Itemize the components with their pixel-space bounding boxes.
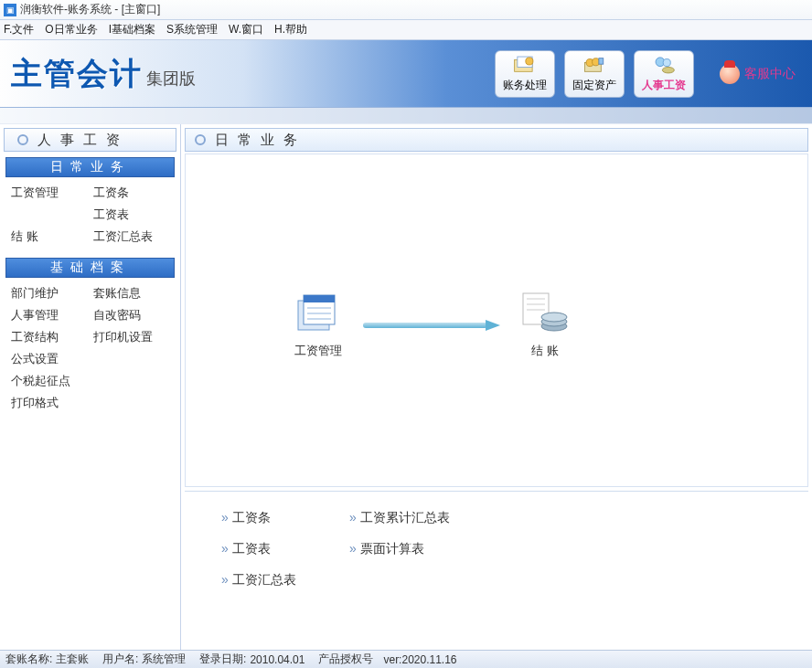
svg-rect-12 xyxy=(304,295,335,302)
sidebar-group-daily: 工资管理 工资条 工资表 结 账 工资汇总表 xyxy=(4,185,176,254)
header-band: 主管会计 集团版 账务处理 固定资产 人事工资 客服中心 xyxy=(0,40,812,108)
main-title-text: 日常业务 xyxy=(215,132,306,149)
workspace: 人事工资 日常业务 工资管理 工资条 工资表 结 账 工资汇总表 基础档案 部门… xyxy=(0,124,812,650)
flow-node-label: 工资管理 xyxy=(294,343,342,359)
menu-window[interactable]: W.窗口 xyxy=(229,22,263,37)
status-login-value: 2010.04.01 xyxy=(250,653,304,666)
title-bullet-icon xyxy=(17,134,28,145)
sidebar-item[interactable]: 工资汇总表 xyxy=(93,228,170,245)
svg-rect-16 xyxy=(363,323,487,328)
status-bar: 套账名称: 主套账 用户名: 系统管理 登录日期: 2010.04.01 产品授… xyxy=(0,650,812,668)
header-btn-label: 人事工资 xyxy=(642,78,686,93)
bottom-links: 工资条 工资累计汇总表 工资表 票面计算表 工资汇总表 xyxy=(185,491,808,646)
documents-icon xyxy=(293,292,344,335)
brand-sub: 集团版 xyxy=(146,68,196,90)
flow-canvas: 工资管理 结 账 xyxy=(185,154,808,487)
sidebar-item[interactable]: 部门维护 xyxy=(11,285,88,302)
svg-point-24 xyxy=(541,313,567,322)
sidebar-item[interactable]: 工资条 xyxy=(93,185,170,201)
status-account-value: 主套账 xyxy=(56,652,89,667)
menu-bar: F.文件 O日常业务 I基础档案 S系统管理 W.窗口 H.帮助 xyxy=(0,20,812,40)
status-account-label: 套账名称: xyxy=(5,652,52,667)
svg-point-8 xyxy=(663,58,670,66)
brand: 主管会计 集团版 xyxy=(11,53,196,95)
sidebar-item xyxy=(93,351,170,367)
sidebar-item[interactable]: 套账信息 xyxy=(93,285,170,302)
sidebar-item[interactable]: 工资表 xyxy=(93,207,170,223)
ledger-coins-icon xyxy=(519,292,571,335)
menu-help[interactable]: H.帮助 xyxy=(274,22,307,37)
header-btn-label: 固定资产 xyxy=(572,78,616,93)
svg-point-2 xyxy=(526,57,533,64)
sidebar-group-header-daily[interactable]: 日常业务 xyxy=(5,157,175,177)
header-btn-payroll[interactable]: 人事工资 xyxy=(634,50,694,98)
flow-node-salary[interactable]: 工资管理 xyxy=(277,292,359,359)
payroll-icon xyxy=(652,55,676,75)
header-btn-assets[interactable]: 固定资产 xyxy=(564,50,625,98)
main-area: 日常业务 工资管理 xyxy=(181,124,812,650)
sidebar-item[interactable]: 打印格式 xyxy=(11,395,88,411)
ledger-icon xyxy=(513,55,537,75)
support-link[interactable]: 客服中心 xyxy=(720,64,796,84)
svg-point-9 xyxy=(662,67,674,73)
header-actions: 账务处理 固定资产 人事工资 客服中心 xyxy=(495,50,796,98)
sidebar-group-basic: 部门维护 套账信息 人事管理 自改密码 工资结构 打印机设置 公式设置 个税起征… xyxy=(4,285,176,420)
title-bar: ▣ 润衡软件-账务系统 - [主窗口] xyxy=(0,0,812,20)
header-reflection xyxy=(0,108,812,124)
sidebar-item[interactable]: 结 账 xyxy=(11,228,88,245)
menu-basic[interactable]: I基础档案 xyxy=(109,22,155,37)
sidebar: 人事工资 日常业务 工资管理 工资条 工资表 结 账 工资汇总表 基础档案 部门… xyxy=(0,124,181,650)
sidebar-item xyxy=(93,395,170,411)
status-lic-label: 产品授权号 xyxy=(318,652,373,667)
header-btn-accounting[interactable]: 账务处理 xyxy=(495,50,555,98)
flow-node-close[interactable]: 结 账 xyxy=(504,292,586,359)
sidebar-item[interactable]: 工资管理 xyxy=(11,185,88,201)
window-title: 润衡软件-账务系统 - [主窗口] xyxy=(20,2,160,17)
title-bullet-icon xyxy=(195,134,206,145)
main-title: 日常业务 xyxy=(185,128,808,152)
sidebar-title-text: 人事工资 xyxy=(37,132,129,149)
menu-system[interactable]: S系统管理 xyxy=(166,22,218,37)
svg-rect-6 xyxy=(599,58,604,64)
link-item[interactable]: 工资累计汇总表 xyxy=(349,510,514,526)
svg-marker-17 xyxy=(486,320,500,331)
flow-node-label: 结 账 xyxy=(531,343,559,359)
sidebar-item xyxy=(11,207,88,223)
sidebar-title: 人事工资 xyxy=(4,128,176,152)
link-item[interactable]: 工资条 xyxy=(221,510,349,526)
support-label: 客服中心 xyxy=(744,66,796,82)
sidebar-item[interactable]: 打印机设置 xyxy=(93,329,170,345)
link-item[interactable]: 工资汇总表 xyxy=(221,572,349,588)
brand-main: 主管会计 xyxy=(11,53,143,95)
sidebar-item[interactable]: 工资结构 xyxy=(11,329,88,345)
assets-icon xyxy=(582,55,606,75)
menu-daily[interactable]: O日常业务 xyxy=(45,22,97,37)
flow-row: 工资管理 结 账 xyxy=(277,292,586,359)
status-user-label: 用户名: xyxy=(102,652,138,667)
support-avatar-icon xyxy=(720,64,740,84)
sidebar-item[interactable]: 人事管理 xyxy=(11,307,88,323)
sidebar-item[interactable]: 个税起征点 xyxy=(11,373,88,389)
sidebar-item xyxy=(93,373,170,389)
status-user-value: 系统管理 xyxy=(142,652,186,667)
menu-file[interactable]: F.文件 xyxy=(4,22,34,37)
sidebar-group-header-basic[interactable]: 基础档案 xyxy=(5,258,175,278)
app-icon: ▣ xyxy=(4,4,16,16)
link-item[interactable]: 工资表 xyxy=(221,541,349,557)
status-lic-value: ver:2020.11.16 xyxy=(383,653,456,666)
arrow-icon xyxy=(363,320,500,331)
link-item[interactable]: 票面计算表 xyxy=(349,541,514,557)
sidebar-item[interactable]: 公式设置 xyxy=(11,351,88,367)
status-login-label: 登录日期: xyxy=(199,652,246,667)
sidebar-item[interactable]: 自改密码 xyxy=(93,307,170,323)
header-btn-label: 账务处理 xyxy=(503,78,547,93)
